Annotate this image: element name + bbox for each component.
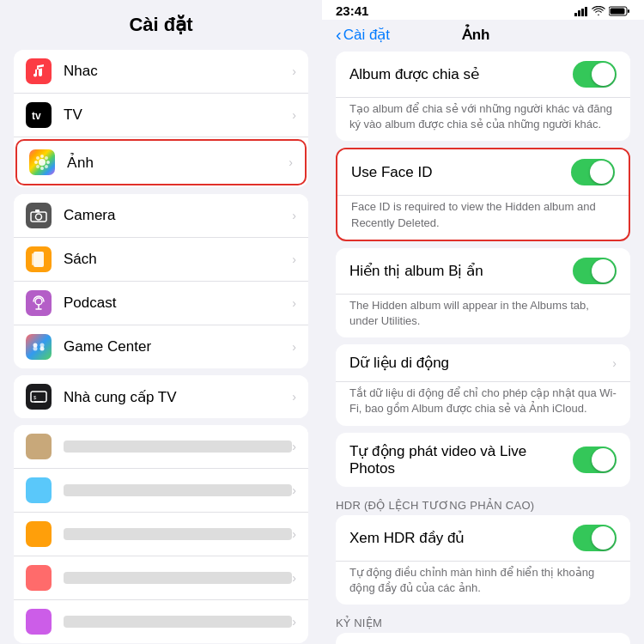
svg-text:tv: tv [32, 110, 41, 121]
settings-group-2: Camera › Sách › [14, 194, 308, 368]
row-ky-niem[interactable]: Đặt lại các kỷ niệm được gợi ý [336, 633, 630, 644]
svg-rect-13 [33, 252, 44, 267]
sidebar-item-camera[interactable]: Camera › [14, 194, 308, 238]
xem-hdr-toggle[interactable] [573, 525, 617, 551]
svg-point-15 [35, 298, 42, 305]
sidebar-item-podcast[interactable]: Podcast › [14, 282, 308, 325]
svg-point-8 [36, 165, 39, 168]
blurred-item-2: › [14, 469, 308, 513]
svg-rect-30 [611, 8, 625, 14]
hien-thi-album-desc: The Hidden album will appear in the Albu… [336, 295, 630, 337]
tu-dong-phat-toggle[interactable] [573, 447, 617, 473]
tvprovider-chevron: › [292, 390, 296, 404]
hdr-section-header: HDR (ĐỘ LỆCH TƯƠNG PHẢN CAO) [322, 494, 644, 515]
sidebar-item-tv[interactable]: tv TV › [14, 94, 308, 137]
settings-group-3: $ Nhà cung cấp TV › [14, 375, 308, 418]
row-du-lieu-di-dong: Dữ liệu di động › [336, 344, 630, 382]
tvprovider-label: Nhà cung cấp TV [64, 388, 292, 406]
svg-point-2 [40, 155, 44, 158]
left-header: Cài đặt [0, 0, 322, 43]
podcast-chevron: › [292, 296, 296, 310]
hien-thi-album-label: Hiển thị album Bị ẩn [349, 262, 573, 280]
camera-icon-bg [26, 203, 52, 228]
tv-chevron: › [292, 108, 296, 122]
use-face-id-toggle[interactable] [571, 159, 615, 185]
left-title: Cài đặt [14, 14, 308, 36]
du-lieu-di-dong-chevron: › [612, 356, 617, 370]
sidebar-item-nhac[interactable]: Nhac › [14, 50, 308, 94]
svg-point-20 [33, 347, 38, 351]
svg-point-1 [39, 159, 46, 166]
tu-dong-phat-label: Tự động phát video và Live Photos [349, 442, 573, 477]
camera-label: Camera [64, 207, 292, 224]
svg-point-9 [45, 165, 48, 168]
back-button[interactable]: ‹ Cài đặt [336, 25, 390, 45]
status-bar: 23:41 [322, 0, 644, 20]
blurred-item-3: › [14, 513, 308, 556]
album-chia-se-toggle[interactable] [573, 61, 617, 88]
ky-niem-section-wrapper: KỶ NIỆM Đặt lại các kỷ niệm được gợi ý [322, 611, 644, 644]
svg-text:$: $ [33, 395, 37, 400]
svg-rect-29 [628, 9, 629, 13]
nhac-label: Nhac [64, 63, 292, 80]
signal-icon [574, 6, 588, 16]
photos-icon [29, 149, 55, 175]
sidebar-item-gamecenter[interactable]: Game Center › [14, 325, 308, 368]
blurred-item-1: › [14, 425, 308, 469]
section-tu-dong-phat: Tự động phát video và Live Photos [336, 433, 630, 487]
books-icon [26, 246, 52, 272]
svg-rect-12 [35, 210, 39, 212]
svg-point-4 [34, 161, 38, 164]
right-nav-title: Ảnh [462, 26, 490, 44]
svg-point-7 [45, 156, 48, 160]
back-chevron-icon: ‹ [336, 25, 342, 45]
section-use-face-id: Use Face ID Face ID is required to view … [336, 148, 630, 240]
tv-label: TV [64, 106, 292, 124]
svg-rect-24 [574, 13, 577, 16]
section-du-lieu-di-dong: Dữ liệu di động › Tắt dữ liệu di động để… [336, 344, 630, 425]
row-hien-thi-album: Hiển thị album Bị ẩn [336, 248, 630, 295]
back-label: Cài đặt [343, 26, 390, 44]
blurred-item-5: › [14, 600, 308, 643]
anh-label: Ảnh [67, 154, 289, 172]
settings-list: Nhac › tv TV › [0, 43, 322, 644]
svg-point-16 [30, 338, 47, 355]
podcast-label: Podcast [64, 295, 292, 312]
nhac-chevron: › [292, 64, 296, 78]
tvprovider-icon: $ [26, 384, 52, 410]
row-tu-dong-phat: Tự động phát video và Live Photos [336, 433, 630, 487]
album-chia-se-label: Album được chia sẻ [349, 65, 573, 83]
section-album-chia-se: Album được chia sẻ Tạo album để chia sẻ … [336, 52, 630, 141]
anh-chevron: › [289, 155, 293, 169]
svg-rect-25 [578, 10, 580, 16]
gamecenter-label: Game Center [64, 338, 292, 355]
camera-chevron: › [292, 209, 296, 222]
status-time: 23:41 [336, 3, 368, 18]
xem-hdr-desc: Tự động điều chỉnh màn hình để hiển thị … [336, 562, 630, 605]
right-nav: ‹ Cài đặt Ảnh [322, 20, 644, 52]
svg-rect-27 [585, 7, 587, 16]
right-panel: 23:41 ‹ Cài đặt [322, 0, 644, 644]
use-face-id-label: Use Face ID [351, 164, 571, 181]
gamecenter-chevron: › [292, 340, 296, 354]
gamecenter-icon [26, 334, 52, 360]
left-panel: Cài đặt Nhac › tv TV › [0, 0, 322, 644]
tv-icon: tv [26, 102, 52, 128]
wifi-icon [592, 6, 605, 16]
blurred-item-4: › [14, 556, 308, 600]
du-lieu-di-dong-desc: Tắt dữ liệu di động để chỉ cho phép cập … [336, 382, 630, 425]
right-content: Album được chia sẻ Tạo album để chia sẻ … [322, 52, 644, 644]
svg-point-19 [40, 343, 45, 348]
album-chia-se-desc: Tạo album để chia sẻ với những người khá… [336, 98, 630, 141]
sidebar-item-tvprovider[interactable]: $ Nhà cung cấp TV › [14, 375, 308, 418]
svg-point-3 [40, 167, 44, 170]
hdr-section-wrapper: HDR (ĐỘ LỆCH TƯƠNG PHẢN CAO) Xem HDR đầy… [322, 494, 644, 605]
battery-icon [609, 6, 630, 16]
row-album-chia-se: Album được chia sẻ [336, 52, 630, 98]
row-use-face-id: Use Face ID [337, 149, 629, 196]
sidebar-item-anh[interactable]: Ảnh › [15, 139, 307, 185]
sach-label: Sách [64, 251, 292, 268]
sidebar-item-sach[interactable]: Sách › [14, 238, 308, 282]
hien-thi-album-toggle[interactable] [573, 258, 617, 284]
section-ky-niem: Đặt lại các kỷ niệm được gợi ý [336, 633, 630, 644]
